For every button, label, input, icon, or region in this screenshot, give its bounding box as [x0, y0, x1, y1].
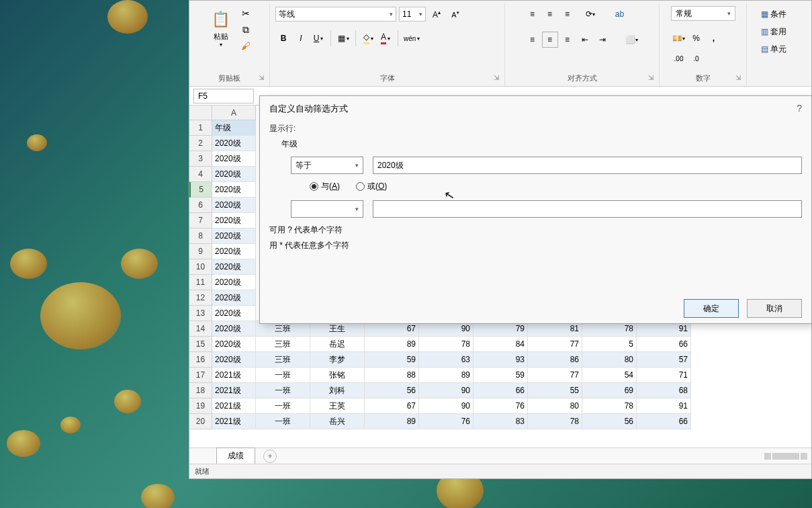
conditional-format-button[interactable]: ▦ 条件	[760, 6, 788, 22]
cell[interactable]: 55	[528, 383, 582, 398]
criteria1-value-combo[interactable]: 2020级	[373, 157, 802, 174]
row-header[interactable]: 8	[189, 228, 212, 244]
cell[interactable]: 69	[582, 383, 637, 398]
bold-button[interactable]: B	[275, 30, 291, 46]
cell[interactable]: 一班	[256, 383, 310, 398]
cell[interactable]: 76	[419, 414, 473, 429]
phonetic-guide-button[interactable]: wén▾	[402, 30, 421, 46]
orientation-button[interactable]: ⟳▾	[582, 6, 598, 22]
sheet-tab-active[interactable]: 成绩	[216, 448, 255, 465]
align-center-button[interactable]: ≡	[542, 32, 558, 48]
align-middle-button[interactable]: ≡	[542, 6, 558, 22]
ok-button[interactable]: 确定	[684, 299, 739, 318]
cell[interactable]: 2020级	[212, 167, 256, 182]
font-size-combo[interactable]: 11 ▾	[399, 7, 426, 22]
percent-button[interactable]: %	[688, 30, 705, 46]
font-launcher[interactable]: ⇲	[494, 74, 502, 82]
row-header[interactable]: 17	[189, 368, 212, 383]
row-header[interactable]: 14	[189, 321, 212, 337]
cell[interactable]: 一班	[256, 414, 310, 429]
cell[interactable]: 89	[365, 337, 419, 352]
and-radio[interactable]: 与(A)	[310, 181, 340, 192]
comma-style-button[interactable]: ,	[706, 30, 722, 46]
cancel-button[interactable]: 取消	[747, 299, 802, 318]
cell[interactable]: 89	[419, 368, 473, 383]
cell[interactable]: 90	[419, 383, 473, 398]
copy-button[interactable]: ⧉	[238, 22, 253, 37]
cell[interactable]: 2020级	[212, 244, 256, 259]
cell[interactable]: 三班	[256, 337, 310, 352]
merge-center-button[interactable]: ⬜▾	[624, 32, 640, 48]
decrease-font-button[interactable]: A▾	[447, 6, 463, 22]
criteria2-value-combo[interactable]	[373, 200, 802, 218]
cell[interactable]: 2021级	[212, 398, 256, 414]
underline-button[interactable]: U▾	[310, 30, 326, 46]
cell[interactable]: 张铭	[310, 368, 365, 383]
horizontal-scroll[interactable]	[764, 453, 811, 460]
cell[interactable]: 66	[637, 337, 691, 352]
currency-button[interactable]: 💴▾	[671, 30, 687, 46]
cell[interactable]: 2020级	[212, 337, 256, 352]
row-header[interactable]: 13	[189, 306, 212, 321]
cell[interactable]: 91	[637, 398, 691, 414]
cell[interactable]: 78	[582, 398, 637, 414]
cell[interactable]: 63	[419, 352, 473, 368]
row-header[interactable]: 10	[189, 259, 212, 275]
align-left-button[interactable]: ≡	[525, 32, 541, 48]
cell[interactable]: 80	[582, 352, 637, 368]
font-name-combo[interactable]: 等线 ▾	[275, 7, 396, 22]
cell[interactable]: 2020级	[212, 352, 256, 368]
cell[interactable]: 77	[528, 368, 582, 383]
select-all-corner[interactable]	[189, 105, 212, 120]
or-radio[interactable]: 或(O)	[356, 181, 387, 192]
cell[interactable]: 66	[637, 414, 691, 429]
row-header[interactable]: 11	[189, 275, 212, 290]
paste-button[interactable]: 📋 粘贴 ▾	[206, 6, 236, 50]
cell[interactable]: 89	[365, 414, 419, 429]
increase-decimal-button[interactable]: .00	[671, 50, 687, 67]
criteria2-operator-combo[interactable]: ▾	[291, 200, 363, 218]
fill-color-button[interactable]: ◇▾	[360, 30, 376, 46]
row-header[interactable]: 16	[189, 352, 212, 368]
row-header[interactable]: 19	[189, 398, 212, 414]
cell[interactable]: 2020级	[212, 321, 256, 337]
align-bottom-button[interactable]: ≡	[559, 6, 576, 22]
cell[interactable]: 66	[473, 383, 528, 398]
cell[interactable]: 59	[365, 352, 419, 368]
align-right-button[interactable]: ≡	[559, 32, 576, 48]
name-box[interactable]: F5	[193, 89, 254, 103]
number-launcher[interactable]: ⇲	[735, 74, 743, 82]
cell[interactable]: 2020级	[212, 151, 256, 167]
cell[interactable]: 岳兴	[310, 414, 365, 429]
number-format-combo[interactable]: 常规 ▾	[671, 6, 735, 21]
row-header[interactable]: 7	[189, 213, 212, 228]
cell[interactable]: 80	[528, 398, 582, 414]
format-painter-button[interactable]: 🖌	[238, 38, 253, 53]
cell[interactable]: 71	[637, 368, 691, 383]
cell[interactable]: 78	[419, 337, 473, 352]
cell[interactable]: 56	[365, 383, 419, 398]
cell[interactable]: 93	[473, 352, 528, 368]
cell[interactable]: 三班	[256, 352, 310, 368]
cell[interactable]: 56	[582, 414, 637, 429]
row-header[interactable]: 4	[189, 167, 212, 182]
font-color-button[interactable]: A▾	[377, 30, 394, 46]
row-header[interactable]: 2	[189, 136, 212, 151]
cell[interactable]: 86	[528, 352, 582, 368]
cell[interactable]: 2021级	[212, 414, 256, 429]
cell[interactable]: 2020级	[212, 275, 256, 290]
row-header[interactable]: 20	[189, 414, 212, 429]
cell[interactable]: 一班	[256, 398, 310, 414]
cell[interactable]: 54	[582, 368, 637, 383]
cell[interactable]: 90	[419, 398, 473, 414]
cell[interactable]: 78	[528, 414, 582, 429]
cell[interactable]: 2021级	[212, 368, 256, 383]
cell[interactable]: 88	[365, 368, 419, 383]
row-header[interactable]: 6	[189, 198, 212, 213]
cell[interactable]: 李梦	[310, 352, 365, 368]
decrease-decimal-button[interactable]: .0	[688, 50, 705, 67]
increase-font-button[interactable]: A▴	[428, 6, 445, 22]
cell-styles-button[interactable]: ▤ 单元	[760, 41, 788, 57]
cell[interactable]: 2020级	[212, 182, 256, 198]
row-header[interactable]: 15	[189, 337, 212, 352]
